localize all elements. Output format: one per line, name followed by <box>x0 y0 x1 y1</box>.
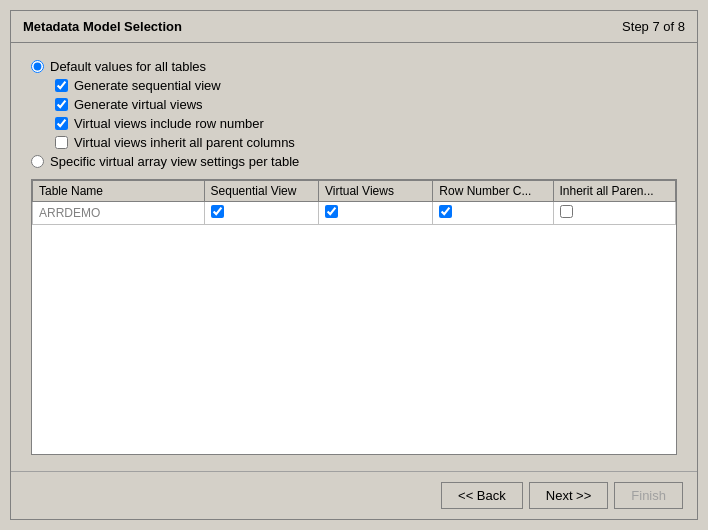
row-virtual-checkbox[interactable] <box>325 205 338 218</box>
table-row: ARRDEMO <box>33 202 676 225</box>
cell-virtual[interactable] <box>318 202 432 225</box>
generate-sequential-checkbox[interactable] <box>55 79 68 92</box>
col-header-table-name: Table Name <box>33 181 205 202</box>
default-values-option[interactable]: Default values for all tables <box>31 59 677 74</box>
radio-group: Default values for all tables Generate s… <box>31 59 677 169</box>
virtual-row-number-checkbox[interactable] <box>55 117 68 130</box>
dialog-step: Step 7 of 8 <box>622 19 685 34</box>
generate-virtual-label: Generate virtual views <box>74 97 203 112</box>
generate-virtual-checkbox[interactable] <box>55 98 68 111</box>
row-rownumber-checkbox[interactable] <box>439 205 452 218</box>
col-header-virtual: Virtual Views <box>318 181 432 202</box>
virtual-inherit-option[interactable]: Virtual views inherit all parent columns <box>55 135 677 150</box>
dialog-content: Default values for all tables Generate s… <box>11 43 697 471</box>
specific-virtual-option[interactable]: Specific virtual array view settings per… <box>31 154 677 169</box>
next-button[interactable]: Next >> <box>529 482 609 509</box>
generate-sequential-option[interactable]: Generate sequential view <box>55 78 677 93</box>
cell-inherit[interactable] <box>553 202 676 225</box>
virtual-inherit-checkbox[interactable] <box>55 136 68 149</box>
checkbox-group: Generate sequential view Generate virtua… <box>55 78 677 150</box>
specific-virtual-label: Specific virtual array view settings per… <box>50 154 299 169</box>
dialog-footer: << Back Next >> Finish <box>11 471 697 519</box>
cell-sequential[interactable] <box>204 202 318 225</box>
table-container: Table Name Sequential View Virtual Views… <box>31 179 677 455</box>
dialog-title: Metadata Model Selection <box>23 19 182 34</box>
back-button[interactable]: << Back <box>441 482 523 509</box>
settings-table: Table Name Sequential View Virtual Views… <box>32 180 676 225</box>
generate-sequential-label: Generate sequential view <box>74 78 221 93</box>
col-header-inherit: Inherit all Paren... <box>553 181 676 202</box>
default-values-label: Default values for all tables <box>50 59 206 74</box>
dialog: Metadata Model Selection Step 7 of 8 Def… <box>10 10 698 520</box>
finish-button[interactable]: Finish <box>614 482 683 509</box>
table-header-row: Table Name Sequential View Virtual Views… <box>33 181 676 202</box>
generate-virtual-option[interactable]: Generate virtual views <box>55 97 677 112</box>
specific-virtual-radio[interactable] <box>31 155 44 168</box>
virtual-row-number-option[interactable]: Virtual views include row number <box>55 116 677 131</box>
col-header-row-number: Row Number C... <box>433 181 553 202</box>
row-inherit-checkbox[interactable] <box>560 205 573 218</box>
row-sequential-checkbox[interactable] <box>211 205 224 218</box>
virtual-inherit-label: Virtual views inherit all parent columns <box>74 135 295 150</box>
dialog-header: Metadata Model Selection Step 7 of 8 <box>11 11 697 43</box>
cell-row-number[interactable] <box>433 202 553 225</box>
cell-table-name: ARRDEMO <box>33 202 205 225</box>
col-header-sequential: Sequential View <box>204 181 318 202</box>
virtual-row-number-label: Virtual views include row number <box>74 116 264 131</box>
default-values-radio[interactable] <box>31 60 44 73</box>
